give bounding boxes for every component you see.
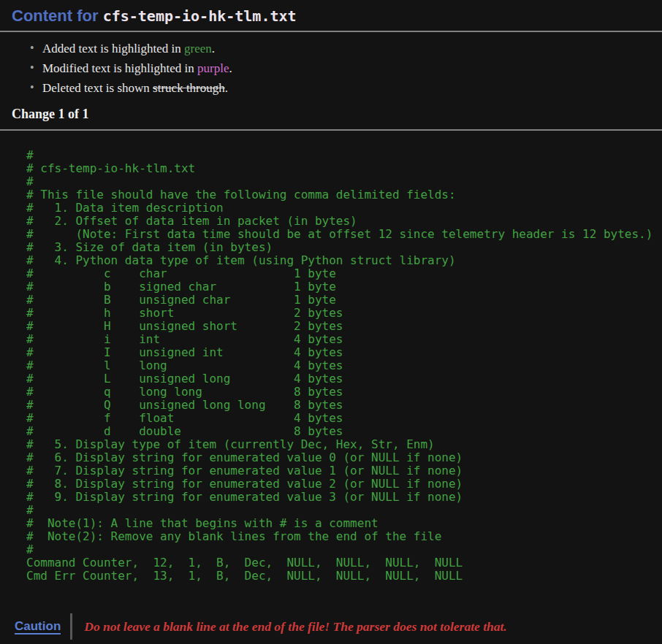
page-title: Content for cfs-temp-io-hk-tlm.txt xyxy=(0,0,662,26)
caution-link[interactable]: Caution xyxy=(15,619,61,635)
legend-item-period: . xyxy=(229,61,232,75)
change-header: Change 1 of 1 xyxy=(12,107,662,122)
deleted-highlight: struck through xyxy=(153,81,225,95)
legend-item-period: . xyxy=(225,81,228,95)
modified-highlight: purple xyxy=(197,61,229,75)
legend-item-period: . xyxy=(212,42,215,55)
file-content: # # cfs-temp-io-hk-tlm.txt # # This file… xyxy=(26,149,662,583)
diff-page: Content for cfs-temp-io-hk-tlm.txt Added… xyxy=(0,0,662,644)
added-highlight: green xyxy=(184,42,212,55)
legend-item: Modified text is highlighted in purple. xyxy=(42,62,662,75)
caution-divider xyxy=(70,613,72,640)
legend-list: Added text is highlighted in green.Modif… xyxy=(0,42,662,95)
page-title-filename: cfs-temp-io-hk-tlm.txt xyxy=(103,7,297,25)
legend-item-text: Deleted text is shown xyxy=(42,81,153,95)
legend-item: Deleted text is shown struck through. xyxy=(42,82,662,95)
legend-item-text: Modified text is highlighted in xyxy=(42,61,197,75)
caution-section: Caution Do not leave a blank line at the… xyxy=(15,613,507,640)
caution-message: Do not leave a blank line at the end of … xyxy=(84,619,506,635)
change-divider xyxy=(0,129,662,131)
title-divider xyxy=(0,31,662,32)
legend-item-text: Added text is highlighted in xyxy=(42,42,184,55)
page-title-prefix: Content for xyxy=(12,7,103,25)
legend-item: Added text is highlighted in green. xyxy=(42,42,662,55)
